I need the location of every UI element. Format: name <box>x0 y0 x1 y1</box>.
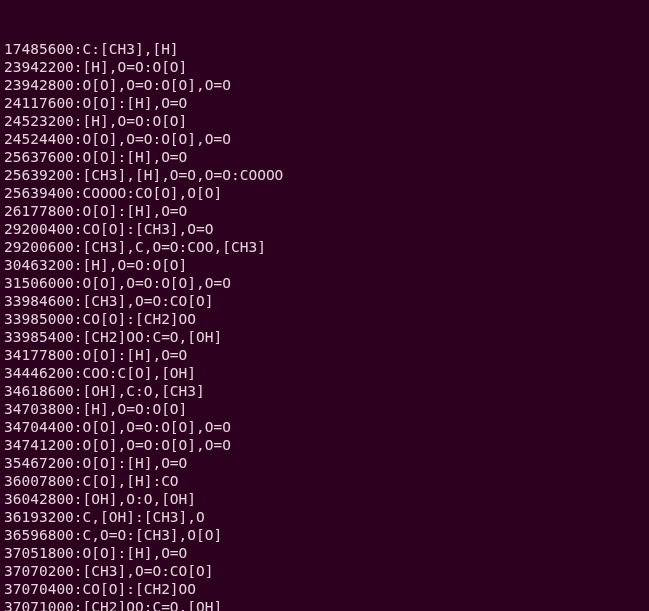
output-line: 36042800:[OH],O:O,[OH] <box>4 490 645 508</box>
output-line: 29200600:[CH3],C,O=O:COO,[CH3] <box>4 238 645 256</box>
output-line: 37071000:[CH2]OO:C=O,[OH] <box>4 598 645 611</box>
output-line: 23942800:O[O],O=O:O[O],O=O <box>4 76 645 94</box>
output-line: 25639400:COOOO:CO[O],O[O] <box>4 184 645 202</box>
output-line: 24117600:O[O]:[H],O=O <box>4 94 645 112</box>
output-line: 34618600:[OH],C:O,[CH3] <box>4 382 645 400</box>
output-line: 25639200:[CH3],[H],O=O,O=O:COOOO <box>4 166 645 184</box>
output-line: 34741200:O[O],O=O:O[O],O=O <box>4 436 645 454</box>
output-line: 36193200:C,[OH]:[CH3],O <box>4 508 645 526</box>
output-line: 37070400:CO[O]:[CH2]OO <box>4 580 645 598</box>
output-line: 33984600:[CH3],O=O:CO[O] <box>4 292 645 310</box>
output-line: 25637600:O[O]:[H],O=O <box>4 148 645 166</box>
output-line: 34177800:O[O]:[H],O=O <box>4 346 645 364</box>
output-line: 30463200:[H],O=O:O[O] <box>4 256 645 274</box>
output-line: 37070200:[CH3],O=O:CO[O] <box>4 562 645 580</box>
output-line: 29200400:CO[O]:[CH3],O=O <box>4 220 645 238</box>
output-line: 17485600:C:[CH3],[H] <box>4 40 645 58</box>
output-line: 24523200:[H],O=O:O[O] <box>4 112 645 130</box>
terminal-output[interactable]: 17485600:C:[CH3],[H]23942200:[H],O=O:O[O… <box>4 4 645 611</box>
output-line: 26177800:O[O]:[H],O=O <box>4 202 645 220</box>
output-line: 31506000:O[O],O=O:O[O],O=O <box>4 274 645 292</box>
output-line: 34446200:COO:C[O],[OH] <box>4 364 645 382</box>
output-line: 33985400:[CH2]OO:C=O,[OH] <box>4 328 645 346</box>
output-line: 35467200:O[O]:[H],O=O <box>4 454 645 472</box>
output-line: 24524400:O[O],O=O:O[O],O=O <box>4 130 645 148</box>
output-line: 34703800:[H],O=O:O[O] <box>4 400 645 418</box>
output-line: 37051800:O[O]:[H],O=O <box>4 544 645 562</box>
output-line: 36596800:C,O=O:[CH3],O[O] <box>4 526 645 544</box>
output-line: 23942200:[H],O=O:O[O] <box>4 58 645 76</box>
output-line: 36007800:C[O],[H]:CO <box>4 472 645 490</box>
output-line: 34704400:O[O],O=O:O[O],O=O <box>4 418 645 436</box>
output-line: 33985000:CO[O]:[CH2]OO <box>4 310 645 328</box>
